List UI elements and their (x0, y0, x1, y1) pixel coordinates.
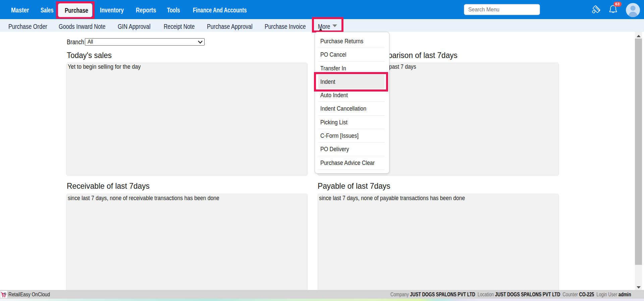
svg-text:E: E (4, 292, 6, 295)
